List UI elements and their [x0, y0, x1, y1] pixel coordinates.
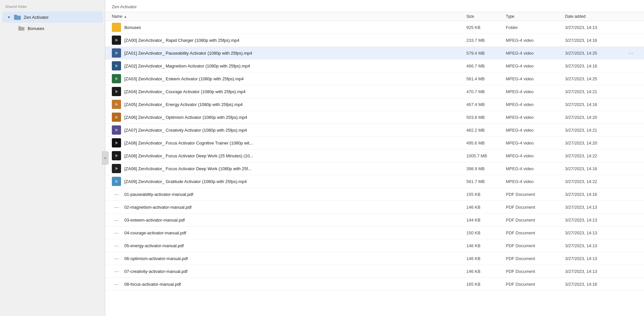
file-size: 466.7 MB [466, 64, 506, 68]
file-type: PDF Document [506, 282, 565, 287]
table-row[interactable]: [ZA03] ZenActivator_ Esteem Activator (1… [105, 72, 644, 85]
table-row[interactable]: — 06-optimism-activator-manual.pdf 146 K… [105, 252, 644, 265]
file-size: 561.7 MB [466, 179, 506, 184]
file-name-cell: — 08-focus-activator-manual.pdf [112, 279, 466, 289]
table-row[interactable]: [ZA08] ZenActivator_ Focus Activator Dee… [105, 162, 644, 175]
svg-marker-3 [115, 77, 118, 80]
file-name-cell: — 06-optimism-activator-manual.pdf [112, 254, 466, 263]
main-content: Zen Activator Name ▲ Size Type Date adde… [105, 0, 644, 316]
table-row[interactable]: [ZA05] ZenActivator_ Energy Activator (1… [105, 98, 644, 111]
file-type: Folder [506, 25, 565, 30]
file-name-cell: — 01-pauseability-activator-manual.pdf [112, 190, 466, 199]
file-thumb-video [112, 113, 121, 122]
table-row[interactable]: [ZA07] ZenActivator_ Creativity Activato… [105, 124, 644, 137]
file-thumb-pdf: — [112, 228, 121, 237]
file-date: 3/27/2023, 14:16 [565, 64, 624, 68]
column-date-header[interactable]: Date added [565, 14, 624, 19]
file-date: 3/27/2023, 14:16 [565, 102, 624, 107]
file-date: 3/27/2023, 14:21 [565, 128, 624, 133]
folder-icon-gray [18, 25, 25, 32]
sidebar-item-zen-activator[interactable]: ▼ Zen Activator [2, 12, 103, 23]
table-row[interactable]: Bonuses 925 KB Folder 3/27/2023, 14:13 [105, 21, 644, 34]
file-date: 3/27/2023, 14:16 [565, 192, 624, 197]
file-thumb-video [112, 100, 121, 109]
table-row[interactable]: — 05-energy-activator-manual.pdf 146 KB … [105, 239, 644, 252]
svg-marker-2 [115, 64, 118, 67]
file-type: MPEG-4 video [506, 102, 565, 107]
file-thumb-pdf: — [112, 241, 121, 250]
file-name-text: [ZA08] ZenActivator_ Focus Activator Dee… [124, 153, 253, 158]
file-name-text: 08-focus-activator-manual.pdf [124, 282, 181, 287]
file-date: 3/27/2023, 14:20 [565, 115, 624, 120]
table-row[interactable]: [ZA08] ZenActivator_ Focus Activator Cog… [105, 137, 644, 149]
file-type: MPEG-4 video [506, 38, 565, 43]
file-name-text: [ZA03] ZenActivator_ Esteem Activator (1… [124, 76, 244, 81]
file-name-text: 05-energy-activator-manual.pdf [124, 243, 184, 248]
svg-marker-11 [115, 180, 118, 183]
file-type: MPEG-4 video [506, 179, 565, 184]
file-thumb-video [112, 87, 121, 96]
file-date: 3/27/2023, 14:13 [565, 243, 624, 248]
column-name-header[interactable]: Name ▲ [112, 14, 466, 19]
table-row[interactable]: [ZA06] ZenActivator_ Optimism Activator … [105, 111, 644, 124]
table-row[interactable]: — 08-focus-activator-manual.pdf 165 KB P… [105, 278, 644, 291]
file-name-text: [ZA08] ZenActivator_ Focus Activator Cog… [124, 141, 253, 145]
collapse-sidebar-button[interactable]: « [102, 151, 109, 165]
file-size: 925 KB [466, 25, 506, 30]
file-type: PDF Document [506, 243, 565, 248]
svg-marker-6 [115, 116, 118, 119]
table-row[interactable]: — 01-pauseability-activator-manual.pdf 1… [105, 188, 644, 201]
folder-icon [14, 13, 21, 21]
file-size: 146 KB [466, 205, 506, 210]
file-name-cell: [ZA06] ZenActivator_ Optimism Activator … [112, 113, 466, 122]
file-type: MPEG-4 video [506, 153, 565, 158]
file-name-text: 01-pauseability-activator-manual.pdf [124, 192, 193, 197]
file-type: PDF Document [506, 205, 565, 210]
file-thumb-video [112, 48, 121, 58]
table-row[interactable]: [ZA04] ZenActivator_ Courage Activator (… [105, 85, 644, 98]
file-name-text: [ZA09] ZenActivator_ Gratitude Activator… [124, 179, 247, 184]
table-row[interactable]: [ZA00] ZenActivator_ Rapid Charger (1080… [105, 34, 644, 47]
file-size: 155 KB [466, 192, 506, 197]
file-type: PDF Document [506, 192, 565, 197]
file-name-text: 07-creativity-activator-manual.pdf [124, 269, 187, 274]
table-row[interactable]: [ZA09] ZenActivator_ Gratitude Activator… [105, 175, 644, 188]
table-row[interactable]: — 03-esteem-activator-manual.pdf 144 KB … [105, 214, 644, 226]
table-row[interactable]: [ZA02] ZenActivator_ Magnetism Activator… [105, 60, 644, 72]
table-row[interactable]: — 07-creativity-activator-manual.pdf 146… [105, 265, 644, 278]
file-type: MPEG-4 video [506, 64, 565, 68]
file-name-text: [ZA05] ZenActivator_ Energy Activator (1… [124, 102, 243, 107]
column-size-header[interactable]: Size [466, 14, 506, 19]
file-size: 150 KB [466, 230, 506, 235]
file-action-menu[interactable]: ··· [624, 50, 637, 57]
file-date: 3/27/2023, 14:13 [565, 256, 624, 261]
svg-marker-7 [115, 128, 118, 132]
file-name-text: [ZA07] ZenActivator_ Creativity Activato… [124, 128, 247, 133]
file-date: 3/27/2023, 14:13 [565, 25, 624, 30]
file-type: PDF Document [506, 230, 565, 235]
file-date: 3/27/2023, 14:13 [565, 269, 624, 274]
file-name-cell: [ZA08] ZenActivator_ Focus Activator Dee… [112, 151, 466, 160]
file-type: MPEG-4 video [506, 128, 565, 133]
file-name-text: 06-optimism-activator-manual.pdf [124, 256, 188, 261]
sidebar-item-label: Zen Activator [24, 15, 49, 20]
file-name-cell: [ZA00] ZenActivator_ Rapid Charger (1080… [112, 36, 466, 45]
file-name-text: [ZA08] ZenActivator_ Focus Activator Dee… [124, 166, 251, 171]
file-name-cell: — 03-esteem-activator-manual.pdf [112, 215, 466, 224]
file-size: 233.7 MB [466, 38, 506, 43]
table-row[interactable]: — 02-magnetism-activator-manual.pdf 146 … [105, 201, 644, 214]
table-row[interactable]: [ZA01] ZenActivator_ Pauseability Activa… [105, 47, 644, 60]
table-row[interactable]: — 04-courage-activator-manual.pdf 150 KB… [105, 226, 644, 239]
table-row[interactable]: [ZA08] ZenActivator_ Focus Activator Dee… [105, 149, 644, 162]
file-date: 3/27/2023, 14:22 [565, 153, 624, 158]
file-type: MPEG-4 video [506, 141, 565, 145]
file-type: MPEG-4 video [506, 166, 565, 171]
column-type-header[interactable]: Type [506, 14, 565, 19]
file-thumb-video [112, 164, 121, 173]
file-name-cell: [ZA08] ZenActivator_ Focus Activator Dee… [112, 164, 466, 173]
file-name-cell: [ZA08] ZenActivator_ Focus Activator Cog… [112, 138, 466, 147]
file-list-header: Name ▲ Size Type Date added [105, 12, 644, 21]
sidebar-item-bonuses[interactable]: Bonuses [2, 23, 103, 34]
file-size: 482.2 MB [466, 128, 506, 133]
file-name-text: [ZA02] ZenActivator_ Magnetism Activator… [124, 64, 250, 68]
